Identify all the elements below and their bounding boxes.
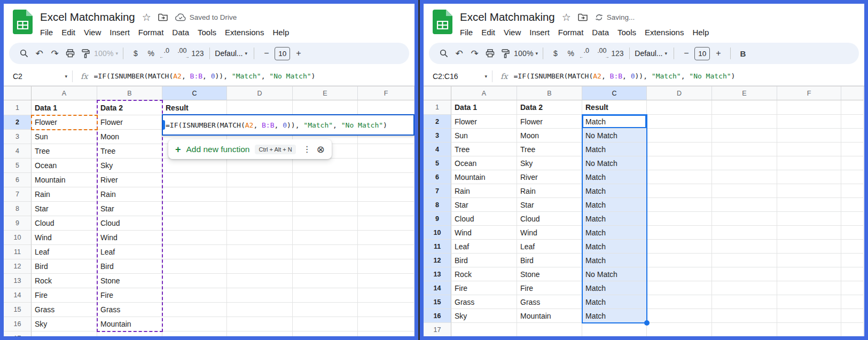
cell-C5[interactable] <box>162 159 227 173</box>
row-header-13[interactable]: 13 <box>4 274 32 288</box>
cell-F11[interactable] <box>358 245 415 259</box>
cell-A7[interactable]: Rain <box>451 184 517 198</box>
cell-F14[interactable] <box>777 281 841 295</box>
font-size-input[interactable]: 10 <box>694 47 710 60</box>
cell-C9[interactable] <box>162 216 227 231</box>
cell-A3[interactable]: Sun <box>32 130 97 144</box>
cell-x6[interactable] <box>841 170 864 184</box>
formula-input[interactable]: =IF(ISNUMBER(MATCH(A2, B:B, 0)), "Match"… <box>514 72 736 80</box>
increase-decimal-button[interactable]: .00→ <box>175 46 189 61</box>
row-header-16[interactable]: 16 <box>4 317 32 331</box>
cell-B8[interactable]: Star <box>97 202 162 216</box>
cell-x3[interactable] <box>841 129 864 143</box>
cell-F13[interactable] <box>358 274 415 288</box>
close-icon[interactable]: ⊗ <box>317 145 325 154</box>
cell-B11[interactable]: Leaf <box>97 245 162 259</box>
format-percent-button[interactable]: % <box>564 46 578 61</box>
cell-D7[interactable] <box>227 187 293 202</box>
row-header-9[interactable]: 9 <box>424 212 451 226</box>
cell-F17[interactable] <box>777 323 841 337</box>
cell-D15[interactable] <box>227 303 293 317</box>
cell-E1[interactable] <box>712 100 777 115</box>
cell-D5[interactable] <box>227 159 293 173</box>
cell-F7[interactable] <box>358 187 415 202</box>
cell-C14[interactable]: Match <box>582 281 647 295</box>
cell-D8[interactable] <box>647 198 712 212</box>
menu-file[interactable]: File <box>36 26 57 38</box>
column-header-E[interactable]: E <box>712 86 777 100</box>
row-header-4[interactable]: 4 <box>424 143 451 156</box>
cell-F12[interactable] <box>358 259 415 274</box>
row-header-3[interactable]: 3 <box>4 130 32 144</box>
cell-C12[interactable] <box>162 259 227 274</box>
cell-C6[interactable]: Match <box>582 170 647 184</box>
cell-C8[interactable] <box>162 202 227 216</box>
cell-A6[interactable]: Mountain <box>451 170 517 184</box>
cell-A4[interactable]: Tree <box>451 143 517 156</box>
column-header-E[interactable]: E <box>293 86 358 100</box>
format-currency-button[interactable]: $ <box>128 46 143 61</box>
menu-edit[interactable]: Edit <box>57 26 80 38</box>
cell-E16[interactable] <box>293 317 358 331</box>
menu-view[interactable]: View <box>80 26 105 38</box>
cell-B16[interactable]: Mountain <box>517 309 582 323</box>
cell-A14[interactable]: Fire <box>451 281 517 295</box>
row-header-16[interactable]: 16 <box>424 309 451 323</box>
more-formats-button[interactable]: 123 <box>190 46 205 61</box>
cell-B14[interactable]: Fire <box>97 288 162 303</box>
cell-D11[interactable] <box>227 245 293 259</box>
row-header-7[interactable]: 7 <box>4 187 32 202</box>
cell-E15[interactable] <box>293 303 358 317</box>
menu-help[interactable]: Help <box>688 26 713 38</box>
column-header-F[interactable]: F <box>358 86 415 100</box>
cell-C9[interactable]: Match <box>582 212 647 226</box>
cell-C4[interactable]: Match <box>582 143 647 156</box>
row-header-9[interactable]: 9 <box>4 216 32 231</box>
cell-E12[interactable] <box>293 259 358 274</box>
cell-x17[interactable] <box>841 323 864 337</box>
cell-A8[interactable]: Star <box>451 198 517 212</box>
format-currency-button[interactable]: $ <box>548 46 562 61</box>
cell-E10[interactable] <box>712 226 777 240</box>
menu-format[interactable]: Format <box>134 26 168 38</box>
cell-F5[interactable] <box>777 156 841 170</box>
cell-A16[interactable]: Sky <box>32 317 97 331</box>
cell-E17[interactable] <box>712 323 777 337</box>
cell-A2[interactable]: Flower <box>32 115 97 130</box>
cell-C13[interactable] <box>162 274 227 288</box>
row-header-2[interactable]: 2 <box>4 115 32 130</box>
cell-E9[interactable] <box>293 216 358 231</box>
row-header-12[interactable]: 12 <box>4 259 32 274</box>
cell-B15[interactable]: Grass <box>517 295 582 309</box>
cell-E9[interactable] <box>712 212 777 226</box>
row-header-6[interactable]: 6 <box>4 173 32 187</box>
cell-E16[interactable] <box>712 309 777 323</box>
cell-F8[interactable] <box>358 202 415 216</box>
row-header-5[interactable]: 5 <box>424 156 451 170</box>
cell-F7[interactable] <box>777 184 841 198</box>
cell-D12[interactable] <box>227 259 293 274</box>
cell-F9[interactable] <box>358 216 415 231</box>
paint-format-icon[interactable] <box>79 46 93 61</box>
cell-F11[interactable] <box>777 240 841 254</box>
more-options-icon[interactable]: ⋮ <box>303 144 311 154</box>
column-header-D[interactable]: D <box>227 86 293 100</box>
cell-C16[interactable] <box>162 317 227 331</box>
menu-data[interactable]: Data <box>588 26 613 38</box>
cell-D10[interactable] <box>227 231 293 245</box>
cell-B10[interactable]: Wind <box>97 231 162 245</box>
cell-E5[interactable] <box>293 159 358 173</box>
font-select[interactable]: Defaul...▾ <box>215 46 249 61</box>
doc-title[interactable]: Excel Matchmaking <box>40 11 135 23</box>
cell-D9[interactable] <box>227 216 293 231</box>
cell-C7[interactable] <box>162 187 227 202</box>
row-header-14[interactable]: 14 <box>424 281 451 295</box>
cell-B4[interactable]: Tree <box>97 144 162 159</box>
formula-help-badge[interactable]: ? <box>162 120 165 130</box>
cell-x9[interactable] <box>841 212 864 226</box>
menu-view[interactable]: View <box>499 26 525 38</box>
column-header-F[interactable]: F <box>777 86 841 100</box>
menu-insert[interactable]: Insert <box>105 26 134 38</box>
cell-F13[interactable] <box>777 267 841 281</box>
row-header-13[interactable]: 13 <box>424 267 451 281</box>
